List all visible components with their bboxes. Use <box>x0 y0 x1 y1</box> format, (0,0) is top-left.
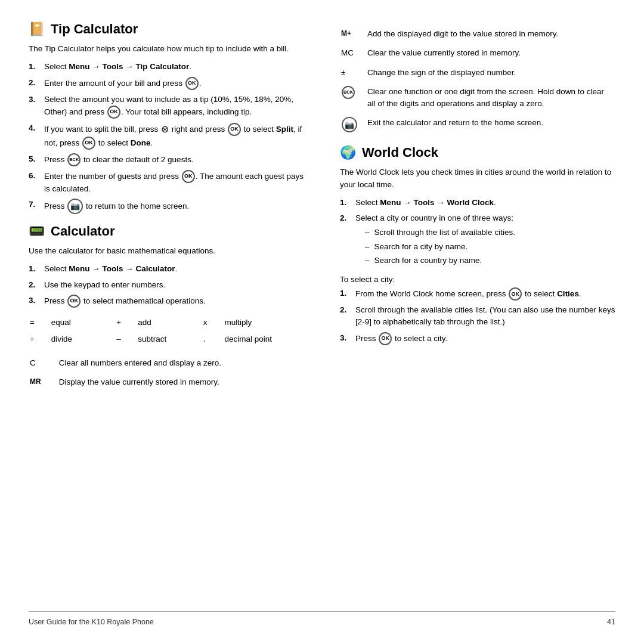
tip-calculator-title-text: Tip Calculator <box>51 21 138 37</box>
ok-icon-3: OK <box>228 123 241 136</box>
wc-sub-2: Search for a city by name. <box>365 241 615 253</box>
calculator-steps: 1. Select Menu → Tools → Calculator. 2. … <box>29 263 304 308</box>
label-equal: equal <box>51 315 116 330</box>
left-column: 📔 Tip Calculator The Tip Calculator help… <box>29 21 310 605</box>
calc-step-1: 1. Select Menu → Tools → Calculator. <box>29 263 304 275</box>
wc-step-2: 2. Select a city or country in one of th… <box>340 212 615 269</box>
calc-sym-row-1: = equal + add x multiply <box>30 315 303 330</box>
calculator-icon: 📟 <box>29 224 45 239</box>
tip-calculator-desc: The Tip Calculator helps you calculate h… <box>29 43 304 55</box>
sym-mr: MR <box>30 374 58 391</box>
ok-icon-5: OK <box>182 170 195 183</box>
world-clock-section: 🌍 World Clock The World Clock lets you c… <box>340 145 615 345</box>
label-add: add <box>138 315 202 330</box>
label-divide: divide <box>51 332 116 347</box>
to-select-label: To select a city: <box>340 275 615 284</box>
sym-add: + <box>116 315 137 330</box>
wc-step-1: 1. Select Menu → Tools → World Clock. <box>340 197 615 209</box>
tip-step-3: 3. Select the amount you want to include… <box>29 94 304 119</box>
sym-subtract: – <box>116 332 137 347</box>
tip-step-7: 7. Press 📷 to return to the home screen. <box>29 199 304 214</box>
wc-sub-list: Scroll through the list of available cit… <box>365 227 615 267</box>
sym-pm: ± <box>341 64 366 82</box>
wc-sub-1: Scroll through the list of available cit… <box>365 227 615 239</box>
sym-multiply: x <box>203 315 224 330</box>
calculator-extra-table: C Clear all numbers entered and display … <box>29 353 304 392</box>
tip-step-1: 1. Select Menu → Tools → Tip Calculator. <box>29 61 304 73</box>
cam-icon-cell: 📷 <box>341 114 366 135</box>
desc-mr: Display the value currently stored in me… <box>59 374 303 391</box>
world-clock-icon: 🌍 <box>340 145 356 160</box>
memory-table: M+ Add the displayed digit to the value … <box>340 24 615 137</box>
sym-equal: = <box>30 315 50 330</box>
mem-mc-row: MC Clear the value currently stored in m… <box>341 44 614 62</box>
world-clock-title: 🌍 World Clock <box>340 145 615 160</box>
wc-sub-3: Search for a country by name. <box>365 255 615 267</box>
calc-step-2: 2. Use the keypad to enter numbers. <box>29 279 304 291</box>
world-clock-steps: 1. Select Menu → Tools → World Clock. 2.… <box>340 197 615 269</box>
bck-icon-2: BCK <box>342 86 355 99</box>
bck-icon-cell: BCK <box>341 83 366 113</box>
page-footer: User Guide for the K10 Royale Phone 41 <box>29 611 615 626</box>
tip-step-5: 5. Press BCK to clear the default of 2 g… <box>29 153 304 166</box>
calculator-symbols-table: = equal + add x multiply ÷ divide – subt… <box>29 314 304 349</box>
calc-step-3: 3. Press OK to select mathematical opera… <box>29 295 304 308</box>
ok-icon-8: OK <box>379 332 392 345</box>
sym-m-plus: M+ <box>341 25 366 43</box>
tip-step-2: 2. Enter the amount of your bill and pre… <box>29 77 304 90</box>
desc-c: Clear all numbers entered and display a … <box>59 354 303 372</box>
tip-calculator-steps: 1. Select Menu → Tools → Tip Calculator.… <box>29 61 304 214</box>
cam-icon-2: 📷 <box>342 117 357 132</box>
desc-m-plus: Add the displayed digit to the value sto… <box>367 25 614 43</box>
nav-icon-1: ⊛ <box>161 122 169 137</box>
label-multiply: multiply <box>225 315 303 330</box>
calc-mr-row: MR Display the value currently stored in… <box>30 374 303 391</box>
desc-pm: Change the sign of the displayed number. <box>367 64 614 82</box>
footer-right: 41 <box>607 618 615 626</box>
ok-icon-7: OK <box>509 287 522 301</box>
content-area: 📔 Tip Calculator The Tip Calculator help… <box>29 21 615 605</box>
sym-c: C <box>30 354 58 372</box>
calculator-title: 📟 Calculator <box>29 224 304 239</box>
label-subtract: subtract <box>138 332 202 347</box>
ok-icon-6: OK <box>67 295 80 308</box>
tip-step-6: 6. Enter the number of guests and press … <box>29 170 304 195</box>
sym-decimal: . <box>203 332 224 347</box>
cam-icon-1: 📷 <box>67 199 83 214</box>
tip-calculator-section: 📔 Tip Calculator The Tip Calculator help… <box>29 21 304 214</box>
ok-icon-2: OK <box>107 106 120 119</box>
calc-sym-row-2: ÷ divide – subtract . decimal point <box>30 332 303 347</box>
desc-cam: Exit the calculator and return to the ho… <box>367 114 614 135</box>
tip-calculator-title: 📔 Tip Calculator <box>29 21 304 37</box>
desc-mc: Clear the value currently stored in memo… <box>367 44 614 62</box>
label-decimal: decimal point <box>225 332 303 347</box>
sym-divide: ÷ <box>30 332 50 347</box>
ts-step-3: 3. Press OK to select a city. <box>340 332 615 345</box>
tip-step-4: 4. If you want to split the bill, press … <box>29 122 304 150</box>
calc-c-row: C Clear all numbers entered and display … <box>30 354 303 372</box>
bck-icon-1: BCK <box>67 153 80 166</box>
right-column: M+ Add the displayed digit to the value … <box>334 21 615 605</box>
ts-step-2: 2. Scroll through the available cities l… <box>340 304 615 329</box>
calculator-title-text: Calculator <box>51 224 115 239</box>
mem-pm-row: ± Change the sign of the displayed numbe… <box>341 64 614 82</box>
world-clock-title-text: World Clock <box>362 145 438 160</box>
tip-calculator-icon: 📔 <box>29 21 45 37</box>
ok-icon-4: OK <box>82 137 95 150</box>
sym-mc: MC <box>341 44 366 62</box>
mem-cam-row: 📷 Exit the calculator and return to the … <box>341 114 614 135</box>
mem-m-plus-row: M+ Add the displayed digit to the value … <box>341 25 614 43</box>
calculator-desc: Use the calculator for basic mathematica… <box>29 245 304 257</box>
calculator-section: 📟 Calculator Use the calculator for basi… <box>29 224 304 392</box>
to-select-steps: 1. From the World Clock home screen, pre… <box>340 287 615 345</box>
ts-step-1: 1. From the World Clock home screen, pre… <box>340 287 615 301</box>
world-clock-desc: The World Clock lets you check times in … <box>340 166 615 191</box>
ok-icon-1: OK <box>185 77 199 90</box>
page: 📔 Tip Calculator The Tip Calculator help… <box>0 0 644 644</box>
footer-left: User Guide for the K10 Royale Phone <box>29 618 154 626</box>
mem-bck-row: BCK Clear one function or one digit from… <box>341 83 614 113</box>
desc-bck: Clear one function or one digit from the… <box>367 83 614 113</box>
